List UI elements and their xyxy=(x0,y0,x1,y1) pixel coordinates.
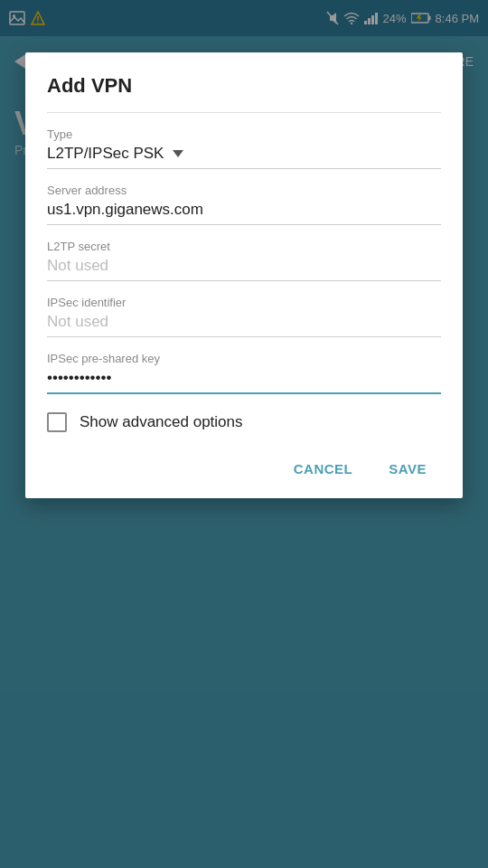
vpn-type-group: Type L2TP/IPSec PSK xyxy=(47,127,441,169)
show-advanced-label: Show advanced options xyxy=(80,413,243,431)
vpn-type-dropdown-arrow xyxy=(173,150,183,157)
ipsec-preshared-key-label: IPSec pre-shared key xyxy=(47,352,441,365)
add-vpn-dialog: Add VPN Type L2TP/IPSec PSK Server addre… xyxy=(25,52,463,498)
l2tp-secret-input[interactable] xyxy=(47,257,441,281)
dialog-title: Add VPN xyxy=(47,74,441,113)
advanced-options-row: Show advanced options xyxy=(47,412,441,432)
server-address-input[interactable] xyxy=(47,201,441,225)
server-address-label: Server address xyxy=(47,184,441,197)
save-button[interactable]: SAVE xyxy=(374,454,441,484)
l2tp-secret-group: L2TP secret xyxy=(47,240,441,281)
vpn-type-label: Type xyxy=(47,127,441,141)
dialog-actions: CANCEL SAVE xyxy=(47,439,441,498)
ipsec-identifier-label: IPSec identifier xyxy=(47,296,441,309)
cancel-button[interactable]: CANCEL xyxy=(279,454,368,484)
l2tp-secret-label: L2TP secret xyxy=(47,240,441,253)
ipsec-preshared-key-group: IPSec pre-shared key xyxy=(47,352,441,394)
show-advanced-checkbox[interactable] xyxy=(47,412,67,432)
ipsec-preshared-key-input[interactable] xyxy=(47,369,441,394)
vpn-type-field[interactable]: L2TP/IPSec PSK xyxy=(47,145,441,169)
server-address-group: Server address xyxy=(47,184,441,225)
ipsec-identifier-input[interactable] xyxy=(47,313,441,337)
ipsec-identifier-group: IPSec identifier xyxy=(47,296,441,337)
